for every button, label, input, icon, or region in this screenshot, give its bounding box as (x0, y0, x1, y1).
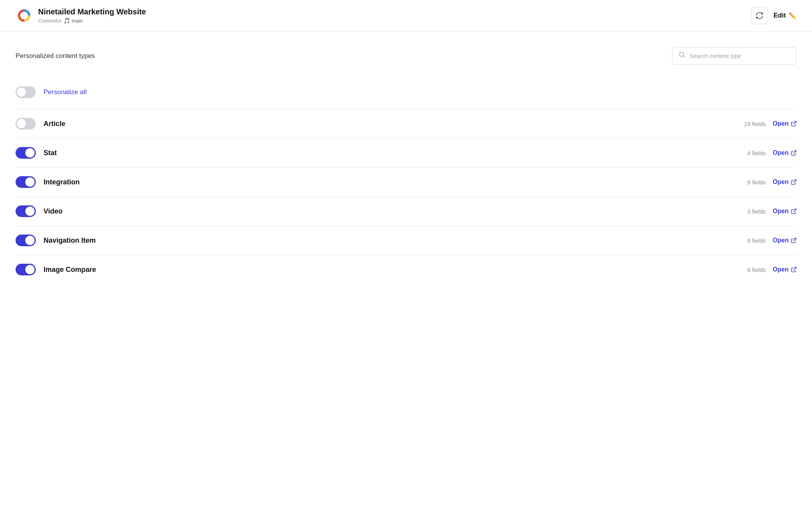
content-type-name-5: Image Compare (44, 266, 96, 274)
external-link-icon-3 (791, 208, 796, 214)
search-input[interactable] (690, 53, 790, 59)
content-type-row: Article 19 fields Open (16, 109, 796, 138)
personalize-all-label[interactable]: Personalize all (44, 88, 87, 96)
search-box[interactable] (672, 47, 796, 65)
row-right-4: 6 fields Open (747, 237, 796, 244)
header: Ninetailed Marketing Website Contentful … (0, 0, 812, 32)
content-type-name-4: Navigation Item (44, 236, 96, 245)
header-left: Ninetailed Marketing Website Contentful … (16, 7, 146, 24)
content-type-row: Image Compare 6 fields Open (16, 255, 796, 284)
refresh-button[interactable] (751, 7, 768, 24)
row-left-3: Video (16, 205, 63, 217)
content-type-name-2: Integration (44, 178, 80, 186)
toggle-thumb-2 (25, 177, 35, 187)
row-left-0: Article (16, 118, 65, 130)
main-content: Personalized content types Personalize a… (0, 32, 812, 284)
open-link-1[interactable]: Open (773, 149, 796, 156)
open-link-0[interactable]: Open (773, 120, 796, 127)
content-type-name-3: Video (44, 207, 63, 215)
fields-count-4: 6 fields (747, 237, 766, 244)
row-right-1: 4 fields Open (747, 149, 796, 156)
branch-tag: 🎵 main (63, 18, 82, 24)
toggle-thumb-3 (25, 207, 35, 216)
row-left-5: Image Compare (16, 264, 96, 275)
content-type-name-1: Stat (44, 149, 57, 157)
search-icon (679, 51, 686, 60)
personalize-all-row: Personalize all (16, 79, 796, 109)
content-type-name-0: Article (44, 120, 65, 128)
open-link-4[interactable]: Open (773, 237, 796, 244)
content-type-row: Video 3 fields Open (16, 196, 796, 226)
content-header: Personalized content types (16, 47, 796, 65)
open-label-4: Open (773, 237, 789, 244)
row-right-2: 9 fields Open (747, 179, 796, 186)
external-link-icon-5 (791, 267, 796, 272)
title-group: Ninetailed Marketing Website Contentful … (38, 7, 146, 24)
branch-label: main (72, 18, 82, 24)
external-link-icon-0 (791, 121, 796, 126)
section-title: Personalized content types (16, 52, 95, 60)
content-type-row: Stat 4 fields Open (16, 138, 796, 167)
fields-count-1: 4 fields (747, 150, 766, 156)
external-link-icon-4 (791, 238, 796, 243)
toggle-thumb-0 (17, 119, 26, 128)
refresh-icon (756, 12, 763, 19)
content-rows-container: Article 19 fields Open (16, 109, 796, 284)
content-type-toggle-0[interactable] (16, 118, 36, 130)
fields-count-2: 9 fields (747, 179, 766, 186)
open-label-1: Open (773, 149, 789, 156)
content-type-list: Personalize all Article 19 fields Open (16, 79, 796, 284)
external-link-icon-1 (791, 150, 796, 156)
content-type-toggle-5[interactable] (16, 264, 36, 275)
branch-icon: 🎵 (63, 18, 70, 24)
toggle-thumb-4 (25, 236, 35, 245)
personalize-all-thumb (17, 88, 26, 97)
edit-button[interactable]: Edit ✏️ (774, 12, 796, 19)
row-left-4: Navigation Item (16, 235, 96, 246)
content-type-toggle-3[interactable] (16, 205, 36, 217)
breadcrumb: Contentful 🎵 main (38, 18, 146, 24)
content-type-toggle-1[interactable] (16, 147, 36, 159)
breadcrumb-source: Contentful (38, 18, 61, 24)
app-logo (16, 7, 33, 24)
open-link-5[interactable]: Open (773, 266, 796, 273)
external-link-icon-2 (791, 179, 796, 185)
open-label-5: Open (773, 266, 789, 273)
content-type-toggle-2[interactable] (16, 176, 36, 188)
open-link-2[interactable]: Open (773, 179, 796, 186)
edit-label: Edit (774, 12, 786, 19)
toggle-thumb-5 (25, 265, 35, 274)
row-right-3: 3 fields Open (747, 208, 796, 215)
row-right-5: 6 fields Open (747, 266, 796, 273)
personalize-all-toggle[interactable] (16, 86, 36, 98)
header-right: Edit ✏️ (751, 7, 796, 24)
pencil-icon: ✏️ (789, 12, 796, 19)
row-right-0: 19 fields Open (744, 120, 796, 127)
fields-count-0: 19 fields (744, 121, 766, 127)
open-link-3[interactable]: Open (773, 208, 796, 215)
row-left-2: Integration (16, 176, 80, 188)
open-label-0: Open (773, 120, 789, 127)
content-type-row: Navigation Item 6 fields Open (16, 226, 796, 255)
fields-count-3: 3 fields (747, 208, 766, 215)
fields-count-5: 6 fields (747, 266, 766, 273)
toggle-thumb-1 (25, 148, 35, 158)
open-label-2: Open (773, 179, 789, 186)
open-label-3: Open (773, 208, 789, 215)
content-type-toggle-4[interactable] (16, 235, 36, 246)
app-title: Ninetailed Marketing Website (38, 7, 146, 16)
row-left-1: Stat (16, 147, 57, 159)
content-type-row: Integration 9 fields Open (16, 167, 796, 196)
